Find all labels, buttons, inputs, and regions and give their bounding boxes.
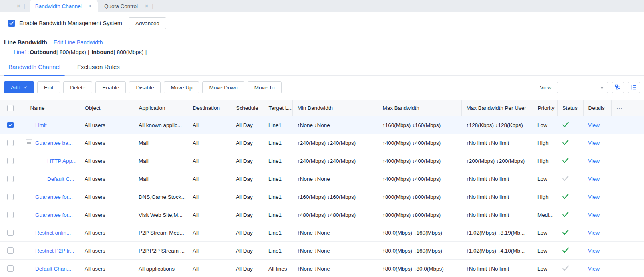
delete-button[interactable]: Delete <box>63 81 92 93</box>
channel-name-link[interactable]: Default Chan... <box>35 266 71 272</box>
channel-name-link[interactable]: Guarantee for... <box>35 194 73 200</box>
tree-line <box>30 260 30 269</box>
table-row[interactable]: LimitAll usersAll known applic...AllAll … <box>0 116 644 134</box>
enable-button[interactable]: Enable <box>95 81 126 93</box>
tree-branch <box>33 143 35 143</box>
channel-name-link[interactable]: Restrict onlin... <box>35 230 71 236</box>
move-to-button[interactable]: Move To <box>248 81 282 93</box>
edit-line-bandwidth-link[interactable]: Edit Line Bandwidth <box>54 39 103 46</box>
window-tab-bar: × | Bandwidth Channel × Quota Control × … <box>0 0 644 12</box>
cell-target_line: Line1 <box>264 170 292 188</box>
details-view-link[interactable]: View <box>588 158 600 164</box>
tree-collapse-toggle[interactable] <box>26 140 32 146</box>
column-header[interactable]: Status <box>557 100 583 116</box>
row-checkbox[interactable] <box>7 265 14 272</box>
close-icon[interactable]: × <box>16 3 21 9</box>
cell-priority: Medi... <box>533 206 557 224</box>
column-settings-icon[interactable]: ⋯ <box>616 105 622 111</box>
cell-destination: All <box>188 116 231 134</box>
row-checkbox[interactable] <box>7 230 14 236</box>
table-row[interactable]: Guarantee ba...All usersMailAllAll DayLi… <box>0 134 644 152</box>
view-select[interactable] <box>557 82 608 93</box>
add-button[interactable]: Add <box>4 81 34 93</box>
row-checkbox[interactable] <box>7 194 14 200</box>
details-view-link[interactable]: View <box>588 266 600 272</box>
table-row[interactable]: Restrict onlin...All usersP2P Stream Med… <box>0 224 644 242</box>
table-row[interactable]: Default C...All usersMailAllAll DayLine1… <box>0 170 644 188</box>
channel-name-link[interactable]: HTTP App... <box>47 158 76 164</box>
cell-min_bandwidth: ↑240(Mbps) ↓240(Mbps) <box>292 134 378 152</box>
column-header[interactable]: Application <box>134 100 188 116</box>
cell-application: Mail <box>134 152 188 170</box>
close-icon[interactable]: × <box>144 3 149 9</box>
table-row[interactable]: Guarantee for...All usersDNS,Game,Stock.… <box>0 188 644 206</box>
tree-view-button[interactable] <box>612 82 624 93</box>
disable-button[interactable]: Disable <box>129 81 161 93</box>
column-header[interactable]: Details <box>583 100 611 116</box>
row-checkbox[interactable] <box>7 158 14 164</box>
table-row[interactable]: Default Chan...All usersAll applications… <box>0 260 644 277</box>
tree-line <box>30 152 30 170</box>
details-view-link[interactable]: View <box>588 212 600 218</box>
tab-label: Bandwidth Channel <box>35 3 82 9</box>
cell-application: Visit Web Site,M... <box>134 206 188 224</box>
tree-view-icon <box>615 84 621 91</box>
details-view-link[interactable]: View <box>588 140 600 146</box>
cell-min_bandwidth: ↑None ↓None <box>292 116 378 134</box>
status-disabled-icon <box>562 266 569 272</box>
row-checkbox[interactable] <box>7 140 14 146</box>
column-header[interactable]: Schedule <box>231 100 264 116</box>
cell-application: DNS,Game,Stock... <box>134 188 188 206</box>
details-view-link[interactable]: View <box>588 248 600 254</box>
move-up-button[interactable]: Move Up <box>164 81 199 93</box>
channel-name-link[interactable]: Default C... <box>47 176 74 182</box>
row-checkbox[interactable] <box>7 247 14 254</box>
column-header[interactable]: Name <box>24 100 80 116</box>
cell-object: All users <box>80 134 134 152</box>
details-view-link[interactable]: View <box>588 230 600 236</box>
add-button-label: Add <box>11 85 20 91</box>
tab-quota-control-window[interactable]: Quota Control <box>98 0 144 12</box>
column-header[interactable]: Priority <box>533 100 557 116</box>
close-icon[interactable]: × <box>87 3 92 9</box>
column-header[interactable]: Destination <box>188 100 231 116</box>
details-view-link[interactable]: View <box>588 194 600 200</box>
column-header[interactable]: Min Bandwidth <box>292 100 378 116</box>
cell-min_bandwidth: ↑None ↓None <box>292 260 378 277</box>
advanced-button[interactable]: Advanced <box>129 17 166 29</box>
channel-name-link[interactable]: Restrict P2P tr... <box>35 248 74 254</box>
column-header[interactable]: Object <box>80 100 134 116</box>
cell-schedule: All Day <box>231 134 264 152</box>
cell-max_bandwidth: ↑400(Mbps) ↓400(Mbps) <box>378 170 461 188</box>
cell-object: All users <box>80 116 134 134</box>
cell-object: All users <box>80 170 134 188</box>
tab-bandwidth-channel[interactable]: Bandwidth Channel <box>4 63 65 75</box>
row-checkbox[interactable] <box>7 176 14 182</box>
row-checkbox[interactable] <box>7 212 14 218</box>
tab-exclusion-rules[interactable]: Exclusion Rules <box>73 63 124 75</box>
cell-priority: Low <box>533 170 557 188</box>
details-view-link[interactable]: View <box>588 176 600 182</box>
table-row[interactable]: Restrict P2P tr...All usersP2P,P2P Strea… <box>0 242 644 260</box>
cell-min_bandwidth: ↑160(Mbps) ↓160(Mbps) <box>292 188 378 206</box>
status-enabled-icon <box>562 123 569 129</box>
list-view-button[interactable] <box>628 82 640 93</box>
column-header[interactable]: Max Bandwidth <box>378 100 461 116</box>
status-check-icon <box>562 176 569 181</box>
row-checkbox[interactable] <box>7 122 14 128</box>
move-down-button[interactable]: Move Down <box>202 81 244 93</box>
channel-name-link[interactable]: Limit <box>35 122 47 128</box>
table-row[interactable]: HTTP App...All usersMailAllAll DayLine1↑… <box>0 152 644 170</box>
tree-branch <box>30 251 35 251</box>
edit-button[interactable]: Edit <box>37 81 60 93</box>
channel-name-link[interactable]: Guarantee for... <box>35 212 73 218</box>
select-all-checkbox[interactable] <box>7 105 14 111</box>
column-header[interactable]: Max Bandwidth Per User <box>461 100 533 116</box>
table-row[interactable]: Guarantee for...All usersVisit Web Site,… <box>0 206 644 224</box>
details-view-link[interactable]: View <box>588 122 600 128</box>
enable-bandwidth-row: Enable Bandwidth Management System Advan… <box>8 17 644 29</box>
column-header[interactable]: Target L... <box>264 100 292 116</box>
enable-bandwidth-checkbox[interactable] <box>8 20 15 27</box>
channel-name-link[interactable]: Guarantee ba... <box>35 140 73 146</box>
tab-bandwidth-channel-window[interactable]: Bandwidth Channel × <box>30 0 98 12</box>
